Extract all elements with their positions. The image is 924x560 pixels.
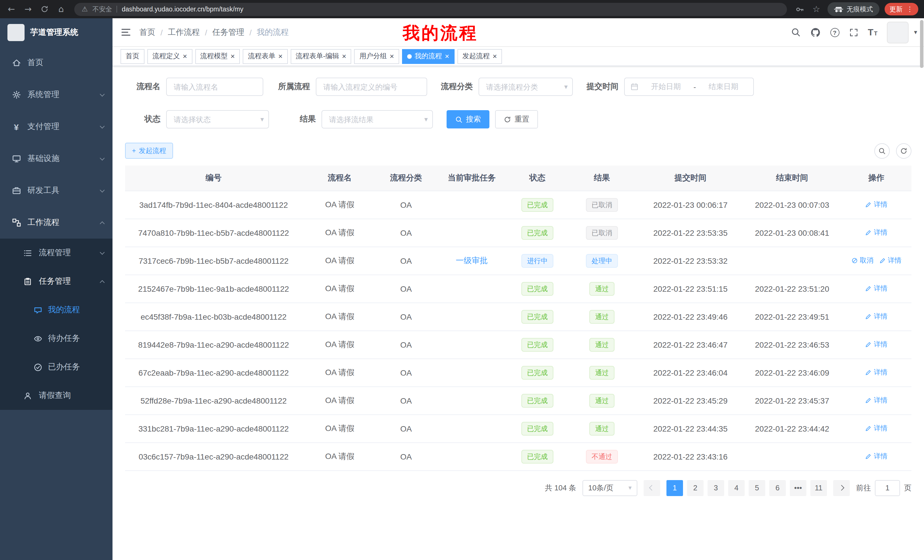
browser-home-icon[interactable]: ⌂: [56, 4, 67, 14]
github-icon[interactable]: [810, 27, 820, 37]
detail-button[interactable]: 详情: [865, 312, 888, 321]
close-icon[interactable]: ×: [492, 52, 497, 60]
col-id: 编号: [125, 166, 302, 191]
browser-menu-icon[interactable]: ⋮: [907, 5, 913, 13]
breadcrumb-item[interactable]: 任务管理: [213, 27, 244, 37]
prev-page-button[interactable]: [644, 480, 660, 496]
page-button[interactable]: 11: [810, 480, 827, 496]
search-icon[interactable]: [790, 27, 800, 37]
toggle-search-button[interactable]: [874, 143, 890, 159]
col-actions: 操作: [841, 166, 911, 191]
close-icon[interactable]: ×: [230, 52, 235, 60]
det ail-button[interactable]: 详情: [865, 452, 888, 461]
cell-result: 通过: [566, 415, 638, 442]
tab-label: 流程表单: [248, 51, 275, 61]
result-select[interactable]: [321, 110, 433, 129]
detail-button[interactable]: 详情: [865, 284, 888, 293]
caret-down-icon[interactable]: ▾: [914, 28, 917, 36]
cancel-button[interactable]: 取消: [851, 256, 873, 265]
page-content: 流程名 所属流程 流程分类 ▾ 提: [112, 66, 924, 560]
tab-my-process[interactable]: 我的流程×: [402, 49, 454, 64]
tab-user-group[interactable]: 用户分组×: [354, 49, 399, 64]
detail-button[interactable]: 详情: [865, 424, 888, 433]
sidebar-item-my-process[interactable]: 我的流程: [0, 296, 112, 324]
help-icon[interactable]: ?: [830, 28, 839, 37]
page-button[interactable]: 4: [728, 480, 745, 496]
sidebar-item-task-mgmt[interactable]: 任务管理: [0, 267, 112, 296]
submit-time-range[interactable]: 开始日期 - 结束日期: [624, 78, 754, 96]
page-button[interactable]: 1: [666, 480, 683, 496]
sidebar-item-done-tasks[interactable]: 已办任务: [0, 353, 112, 381]
sidebar-item-process-mgmt[interactable]: 流程管理: [0, 239, 112, 267]
process-name-input[interactable]: [166, 78, 263, 96]
browser-back-icon[interactable]: ←: [6, 4, 17, 14]
fullscreen-icon[interactable]: [849, 28, 858, 37]
sidebar-item-infrastructure[interactable]: 基础设施: [0, 143, 112, 175]
address-bar[interactable]: ⚠ 不安全 dashboard.yudao.iocoder.cn/bpm/tas…: [74, 3, 787, 16]
more-pages-button[interactable]: •••: [790, 480, 806, 496]
detail-label: 详情: [874, 340, 888, 349]
password-key-icon[interactable]: [794, 5, 806, 13]
cell-actions: 详情: [841, 442, 911, 470]
scrollbar-thumb[interactable]: [920, 20, 923, 68]
page-button[interactable]: 5: [748, 480, 765, 496]
close-icon[interactable]: ×: [183, 52, 187, 60]
breadcrumb-item[interactable]: 首页: [140, 27, 155, 37]
col-submit-time: 提交时间: [638, 166, 743, 191]
refresh-table-button[interactable]: [896, 143, 911, 159]
tab-process-form[interactable]: 流程表单×: [243, 49, 288, 64]
detail-button[interactable]: 详情: [865, 368, 888, 377]
sidebar-item-payment[interactable]: ¥ 支付管理: [0, 111, 112, 143]
browser-forward-icon[interactable]: →: [22, 4, 34, 14]
process-def-input[interactable]: [316, 78, 427, 96]
detail-button[interactable]: 详情: [865, 200, 888, 210]
tab-home[interactable]: 首页: [120, 49, 144, 64]
close-icon[interactable]: ×: [278, 52, 282, 60]
next-page-button[interactable]: [833, 480, 850, 496]
bookmark-star-icon[interactable]: ☆: [811, 4, 822, 14]
sidebar-item-workflow[interactable]: 工作流程: [0, 207, 112, 239]
cell-result: 通过: [566, 331, 638, 358]
current-task-link[interactable]: 一级审批: [456, 256, 488, 265]
sidebar-item-leave-query[interactable]: 请假查询: [0, 381, 112, 410]
tab-process-form-edit[interactable]: 流程表单-编辑×: [291, 49, 351, 64]
sidebar-item-todo-tasks[interactable]: 待办任务: [0, 324, 112, 353]
tab-process-definition[interactable]: 流程定义×: [147, 49, 192, 64]
reset-button[interactable]: 重置: [495, 110, 538, 129]
category-select[interactable]: [478, 78, 573, 96]
hamburger-icon[interactable]: [112, 18, 140, 46]
page-button[interactable]: 2: [687, 480, 704, 496]
plus-icon: +: [132, 147, 136, 155]
table-row: 67c2eaab-7b9a-11ec-a290-acde48001122 OA …: [125, 358, 911, 386]
tab-start-process[interactable]: 发起流程×: [457, 49, 502, 64]
close-icon[interactable]: ×: [342, 52, 346, 60]
detail-button[interactable]: 详情: [865, 340, 888, 349]
sidebar-item-system[interactable]: 系统管理: [0, 79, 112, 111]
browser-reload-icon[interactable]: [39, 5, 50, 13]
page-button[interactable]: 3: [708, 480, 724, 496]
field-label: 流程名: [125, 82, 160, 92]
create-process-button[interactable]: + 发起流程: [125, 143, 173, 159]
detail-button[interactable]: 详情: [865, 228, 888, 238]
cell-name: OA 请假: [302, 386, 378, 415]
search-button[interactable]: 搜索: [447, 110, 489, 129]
close-icon[interactable]: ×: [445, 52, 449, 60]
sidebar-item-devtools[interactable]: 研发工具: [0, 175, 112, 207]
sidebar-item-home[interactable]: 首页: [0, 47, 112, 79]
font-size-icon[interactable]: TT: [868, 27, 878, 37]
goto-page-input[interactable]: [875, 480, 900, 496]
status-select[interactable]: [166, 110, 269, 129]
filter-result: 结果 ▾: [283, 110, 433, 129]
breadcrumb-item[interactable]: 工作流程: [168, 27, 200, 37]
user-avatar[interactable]: [887, 21, 909, 43]
page-size-select[interactable]: 10条/页 ▾: [582, 480, 638, 496]
update-button[interactable]: 更新 ⋮: [884, 3, 918, 15]
tab-process-model[interactable]: 流程模型×: [195, 49, 240, 64]
close-icon[interactable]: ×: [390, 52, 394, 60]
detail-button[interactable]: 详情: [879, 256, 902, 265]
page-button[interactable]: 6: [769, 480, 786, 496]
detail-button[interactable]: 详情: [865, 395, 888, 405]
cell-id: 331bc281-7b9a-11ec-a290-acde48001122: [125, 415, 302, 442]
cell-end-time: 2022-01-22 23:44:42: [743, 415, 841, 442]
col-category: 流程分类: [378, 166, 435, 191]
